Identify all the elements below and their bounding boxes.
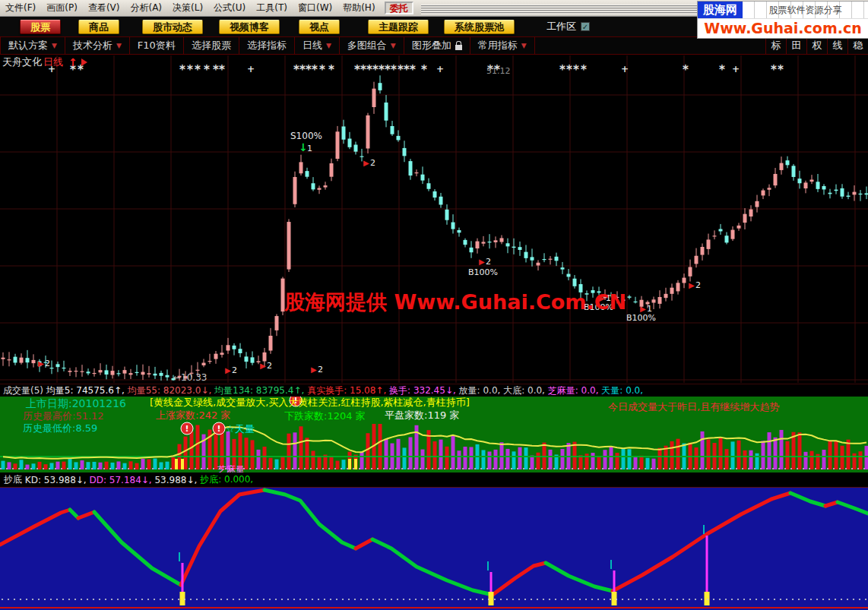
- toolbar-item-选择指标[interactable]: 选择指标: [239, 37, 295, 54]
- status-segment: 天量: 0.0,: [601, 384, 646, 397]
- status-segment: 大底: 0.0,: [503, 384, 548, 397]
- kline-svg[interactable]: ***********************************+++++…: [0, 55, 868, 384]
- menu-item[interactable]: 分析(A): [125, 2, 167, 14]
- strategy-hint: [黄线金叉绿线,成交量放大,买入大黄柱关注,红柱持股,紫柱减仓,青柱持币]: [150, 397, 470, 408]
- svg-text:*: *: [421, 63, 427, 77]
- status-segment: 抄底: [4, 473, 25, 486]
- kd-svg[interactable]: [0, 488, 868, 610]
- buy-signal-markers: [179, 525, 710, 605]
- nav-button-系统股票池[interactable]: 系统股票池: [444, 20, 515, 34]
- menu-item[interactable]: 窗口(W): [293, 2, 337, 14]
- workspace-label: 工作区: [546, 20, 576, 33]
- toolbar-item-技术分析[interactable]: 技术分析▼: [65, 37, 130, 54]
- svg-text:+: +: [247, 64, 255, 74]
- toolbar-item-常用指标[interactable]: 常用指标▼: [470, 37, 535, 54]
- signal-mark: [175, 459, 178, 469]
- svg-text:2: 2: [695, 280, 701, 290]
- guhai-site-name: 股海网: [698, 2, 743, 18]
- svg-text:*: *: [328, 63, 334, 77]
- sky-volume-label: ☆天量: [226, 424, 255, 435]
- toolbar-item-F10资料[interactable]: F10资料: [130, 37, 184, 54]
- volume-bars: [2, 424, 868, 469]
- status-segment: 抄底: 0.000,: [200, 473, 256, 486]
- svg-text:▶: ▶: [260, 362, 266, 370]
- toolbar-item-默认方案[interactable]: 默认方案▼: [0, 37, 65, 54]
- svg-text:2: 2: [318, 365, 323, 375]
- menu-item[interactable]: 公式(U): [208, 2, 251, 14]
- volume-pane[interactable]: !!! 上市日期:20101216历史最高价:51.12历史最低价:8.59[黄…: [0, 397, 868, 473]
- mini-button-线[interactable]: 线: [827, 37, 847, 54]
- nav-button-视频博客[interactable]: 视频博客: [219, 20, 280, 34]
- svg-text:*: *: [719, 63, 725, 77]
- toolbar-item-label: 图形叠加: [412, 39, 451, 52]
- status-segment: 均量5: 74575.6↑,: [46, 384, 128, 397]
- app-window: 文件(F)画面(P)查看(V)分析(A)决策(L)公式(U)工具(T)窗口(W)…: [0, 0, 868, 610]
- nav-button-股市动态[interactable]: 股市动态: [142, 20, 203, 34]
- nav-button-视点[interactable]: 视点: [299, 20, 340, 34]
- kd-indicator-pane[interactable]: [0, 487, 868, 610]
- broker-button[interactable]: 委托: [385, 2, 413, 14]
- svg-text:+: +: [621, 64, 629, 74]
- analysis-toolbar-items: 默认方案▼技术分析▼F10资料选择股票选择指标日线▼多图组合▼图形叠加常用指标▼: [0, 37, 535, 54]
- signal-mark: [354, 459, 357, 469]
- nav-button-股票[interactable]: 股票: [20, 20, 61, 34]
- svg-text:+: +: [436, 64, 444, 74]
- mini-button-田[interactable]: 田: [786, 37, 806, 54]
- candlestick-chart-pane[interactable]: ***********************************+++++…: [0, 55, 868, 384]
- svg-text:*: *: [573, 63, 579, 77]
- mini-buttons: 标田权线稳: [765, 37, 868, 54]
- toolbar-item-label: 默认方案: [8, 39, 48, 52]
- mini-button-稳[interactable]: 稳: [847, 37, 868, 54]
- toolbar-item-label: 选择指标: [247, 39, 287, 52]
- menu-item[interactable]: 决策(L): [167, 2, 208, 14]
- svg-text:51.12: 51.12: [486, 66, 511, 76]
- mini-button-权[interactable]: 权: [806, 37, 827, 54]
- mini-button-标[interactable]: 标: [765, 37, 786, 54]
- toolbar-item-图形叠加[interactable]: 图形叠加: [404, 37, 470, 54]
- svg-text:*: *: [771, 63, 777, 77]
- toolbar-item-多图组合[interactable]: 多图组合▼: [340, 37, 404, 54]
- svg-text:B100%: B100%: [626, 313, 656, 323]
- up-arrow-icon: ↑: [68, 56, 78, 68]
- svg-text:+: +: [732, 64, 740, 74]
- workspace-control[interactable]: 工作区 ✓: [546, 20, 590, 33]
- svg-text:*: *: [312, 63, 318, 77]
- svg-text:B100%: B100%: [468, 267, 498, 277]
- svg-text:*: *: [360, 63, 366, 77]
- svg-text:←10.33: ←10.33: [173, 372, 207, 383]
- svg-text:*: *: [410, 63, 416, 77]
- toolbar-item-label: 常用指标: [478, 39, 518, 52]
- svg-text:*: *: [404, 63, 410, 77]
- toolbar-item-选择股票[interactable]: 选择股票: [184, 37, 239, 54]
- kd-status-line: 抄底 KD: 53.988↓, DD: 57.184↓, 53.988↓, 抄底…: [0, 473, 868, 487]
- menu-item[interactable]: 工具(T): [251, 2, 293, 14]
- toolbar-item-日线[interactable]: 日线▼: [295, 37, 340, 54]
- nav-button-商品[interactable]: 商品: [78, 20, 119, 34]
- svg-text:*: *: [372, 63, 379, 77]
- svg-text:*: *: [293, 63, 299, 77]
- chevron-down-icon: ▼: [326, 42, 331, 49]
- signal-mark: [348, 459, 351, 469]
- guhai-url: Www.Guhai.com.cn: [698, 19, 868, 37]
- flag-icon: [81, 58, 87, 66]
- nav-button-主题跟踪[interactable]: 主题跟踪: [368, 20, 429, 34]
- svg-text:!: !: [185, 424, 188, 434]
- svg-text:1: 1: [307, 144, 312, 153]
- menu-item[interactable]: 画面(P): [41, 2, 83, 14]
- watermark: 股海网提供 Www.Guhai.Com.CN: [284, 290, 626, 314]
- menu-item[interactable]: 文件(F): [0, 2, 41, 14]
- svg-text:2: 2: [45, 359, 50, 368]
- svg-text:股海网提供 Www.Guhai.Com.CN: 股海网提供 Www.Guhai.Com.CN: [284, 290, 626, 314]
- svg-text:*: *: [195, 63, 201, 77]
- status-segment: 成交量(5): [3, 384, 46, 397]
- signal-mark: [181, 459, 184, 469]
- menu-item[interactable]: 帮助(H): [337, 2, 380, 14]
- svg-text:*: *: [354, 63, 360, 77]
- chevron-down-icon: ▼: [116, 42, 122, 49]
- kd-line: [0, 490, 868, 595]
- advancers: 上涨家数:242 家: [156, 410, 230, 421]
- menu-item[interactable]: 查看(V): [83, 2, 125, 14]
- workspace-checkbox[interactable]: ✓: [581, 22, 590, 31]
- period-label[interactable]: 日线: [43, 55, 63, 69]
- dotted-baseline: [2, 599, 866, 600]
